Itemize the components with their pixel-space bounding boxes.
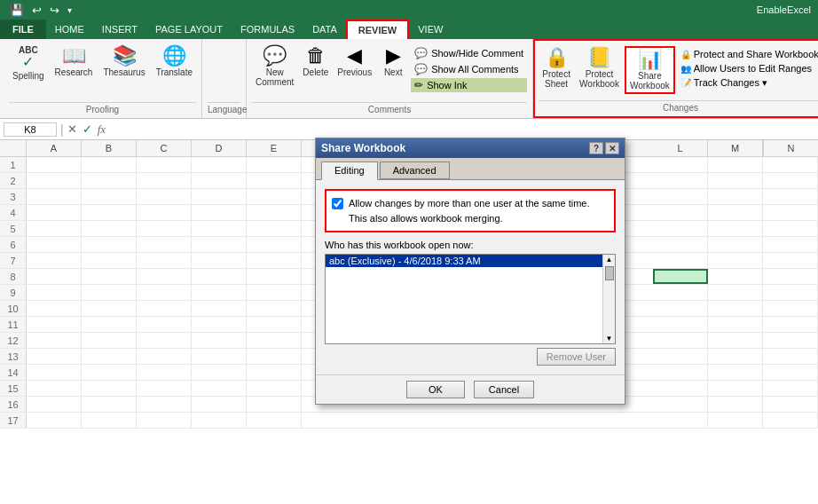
protect-workbook-button[interactable]: 📒 ProtectWorkbook — [576, 46, 623, 91]
cell[interactable] — [27, 397, 82, 412]
cell[interactable] — [763, 333, 818, 348]
cell[interactable] — [708, 333, 763, 348]
cell[interactable] — [247, 349, 302, 364]
cell[interactable] — [192, 333, 247, 348]
cell[interactable] — [708, 157, 763, 172]
cell[interactable] — [27, 221, 82, 236]
cell[interactable] — [27, 317, 82, 332]
cell[interactable] — [82, 253, 137, 268]
cell[interactable] — [653, 333, 708, 348]
cell[interactable] — [653, 365, 708, 380]
cell[interactable] — [192, 237, 247, 252]
new-comment-button[interactable]: 💬 NewComment — [252, 44, 297, 89]
cell[interactable] — [708, 365, 763, 380]
show-hide-comment-button[interactable]: 💬 Show/Hide Comment — [411, 46, 527, 60]
cell[interactable] — [137, 413, 192, 428]
share-workbook-button[interactable]: 📊 ShareWorkbook — [625, 46, 675, 94]
cell[interactable] — [708, 413, 763, 428]
cell[interactable] — [247, 157, 302, 172]
cell[interactable] — [27, 237, 82, 252]
cell[interactable] — [192, 317, 247, 332]
cell[interactable] — [708, 221, 763, 236]
cell[interactable] — [708, 269, 763, 284]
cell[interactable] — [137, 349, 192, 364]
cell[interactable] — [247, 269, 302, 284]
track-changes-button[interactable]: 📝Track Changes ▾ — [677, 76, 818, 90]
undo-icon[interactable]: ↩ — [29, 3, 44, 18]
cell-reference[interactable]: K8 — [4, 122, 57, 137]
ok-button[interactable]: OK — [406, 381, 465, 398]
dialog-close-button[interactable]: ✕ — [605, 142, 619, 154]
col-header-c[interactable]: C — [137, 140, 192, 156]
scrollbar-up-button[interactable]: ▲ — [605, 255, 614, 264]
cell[interactable] — [82, 221, 137, 236]
cell[interactable] — [137, 189, 192, 204]
menu-file[interactable]: FILE — [0, 20, 46, 39]
cell[interactable] — [82, 413, 137, 428]
cell[interactable] — [82, 269, 137, 284]
cell[interactable] — [27, 173, 82, 188]
cell[interactable] — [137, 157, 192, 172]
cell[interactable] — [27, 301, 82, 316]
cell[interactable] — [247, 317, 302, 332]
col-header-b[interactable]: B — [82, 140, 137, 156]
cell[interactable] — [137, 381, 192, 396]
cell[interactable] — [763, 253, 818, 268]
cell[interactable] — [653, 189, 708, 204]
cell[interactable] — [653, 381, 708, 396]
cell[interactable] — [192, 285, 247, 300]
cell[interactable] — [708, 253, 763, 268]
cell[interactable] — [82, 349, 137, 364]
cell[interactable] — [763, 221, 818, 236]
cell[interactable] — [247, 381, 302, 396]
cell[interactable] — [247, 173, 302, 188]
cell[interactable] — [653, 317, 708, 332]
cell[interactable] — [247, 253, 302, 268]
cell[interactable] — [653, 237, 708, 252]
col-header-m[interactable]: M — [708, 140, 763, 156]
cell[interactable] — [247, 365, 302, 380]
thesaurus-button[interactable]: 📚 Thesaurus — [99, 44, 148, 79]
menu-home[interactable]: HOME — [46, 20, 93, 39]
cancel-button[interactable]: Cancel — [474, 381, 534, 398]
cell[interactable] — [653, 413, 708, 428]
cell[interactable] — [137, 365, 192, 380]
cell[interactable] — [192, 365, 247, 380]
cell[interactable] — [708, 285, 763, 300]
cell[interactable] — [763, 205, 818, 220]
cell[interactable] — [82, 397, 137, 412]
menu-formulas[interactable]: FORMULAS — [232, 20, 303, 39]
cell[interactable] — [27, 253, 82, 268]
cell[interactable] — [708, 189, 763, 204]
cell[interactable] — [763, 365, 818, 380]
formula-input[interactable] — [109, 123, 814, 136]
cell[interactable] — [192, 253, 247, 268]
fx-function-icon[interactable]: fx — [98, 122, 106, 137]
scrollbar-thumb[interactable] — [605, 266, 614, 280]
cell[interactable] — [763, 413, 818, 428]
cell[interactable] — [137, 285, 192, 300]
previous-button[interactable]: ◀ Previous — [334, 44, 375, 79]
cell[interactable] — [763, 269, 818, 284]
show-ink-button[interactable]: ✏ Show Ink — [411, 78, 527, 92]
cell[interactable] — [708, 301, 763, 316]
cell[interactable] — [137, 173, 192, 188]
spelling-button[interactable]: ABC ✓ Spelling — [9, 44, 48, 83]
scrollbar-down-button[interactable]: ▼ — [605, 334, 614, 343]
cell[interactable] — [708, 237, 763, 252]
research-button[interactable]: 📖 Research — [51, 44, 97, 79]
fx-cancel-icon[interactable]: ✕ — [67, 122, 77, 137]
allow-changes-checkbox[interactable] — [332, 198, 343, 209]
cell[interactable] — [247, 413, 302, 428]
cell[interactable] — [192, 205, 247, 220]
cell[interactable] — [247, 397, 302, 412]
cell[interactable] — [82, 173, 137, 188]
cell[interactable] — [137, 221, 192, 236]
cell[interactable] — [653, 349, 708, 364]
cell[interactable] — [27, 413, 82, 428]
allow-users-button[interactable]: 👥Allow Users to Edit Ranges — [677, 62, 818, 75]
cell[interactable] — [247, 189, 302, 204]
cell[interactable] — [192, 157, 247, 172]
cell[interactable] — [192, 173, 247, 188]
menu-page-layout[interactable]: PAGE LAYOUT — [146, 20, 232, 39]
